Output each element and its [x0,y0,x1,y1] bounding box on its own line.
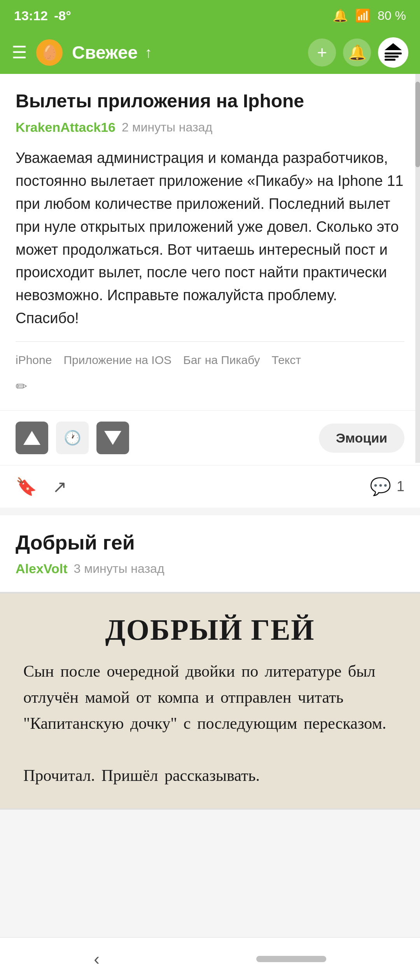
clock-icon: 🕐 [64,430,81,446]
post-card-2: Добрый гей AlexVolt 3 минуты назад ДОБРЫ… [0,515,420,810]
post1-body: Уважаемая администрация и команда разраб… [16,147,404,330]
post1-title[interactable]: Вылеты приложения на Iphone [16,89,404,113]
post2-title[interactable]: Добрый гей [16,531,404,554]
post2-author[interactable]: AlexVolt [16,561,68,576]
hamburger-menu-button[interactable]: ☰ [12,44,27,61]
post1-edit-row: ✏ [16,374,404,402]
bell-icon: 🔔 [348,44,366,61]
time-button[interactable]: 🕐 [56,422,89,454]
comment-icon: 💬 [370,476,391,497]
add-post-button[interactable]: + [308,38,336,66]
status-temp: -8° [54,8,71,23]
downvote-arrow-icon [104,431,121,445]
status-time: 13:12 [14,8,48,23]
adidas-logo-icon [385,43,402,62]
home-indicator [256,956,326,962]
status-left: 13:12 -8° [14,8,71,23]
app-logo: 🥚 [36,39,63,66]
scrollbar-track[interactable] [415,74,420,463]
downvote-button[interactable] [96,422,129,454]
status-right: 🔔 📶 80 % [332,8,406,23]
post1-meta: KrakenAttack16 2 минуты назад [16,120,404,135]
upvote-arrow-icon [23,431,40,445]
navbar-actions: + 🔔 [308,37,408,68]
navbar-title: Свежее ↑ [72,42,299,63]
post2-meta: AlexVolt 3 минуты назад [16,561,404,576]
user-avatar[interactable] [378,37,408,68]
post1-divider [16,341,404,342]
share-icon[interactable]: ↗ [52,477,67,497]
edit-icon[interactable]: ✏ [16,378,27,394]
post1-time: 2 минуты назад [122,120,212,135]
notifications-button[interactable]: 🔔 [343,38,371,66]
tag-iphone[interactable]: iPhone [16,354,52,367]
sort-up-icon[interactable]: ↑ [145,44,152,61]
newspaper-body: Сын после очередной двойки по литературе… [23,658,397,789]
tag-ios-app[interactable]: Приложение на IOS [63,354,172,367]
upvote-button[interactable] [16,422,48,454]
scrollbar-thumb[interactable] [415,82,420,167]
post1-vote-row: 🕐 Эмоции [0,410,420,465]
emotions-button[interactable]: Эмоции [319,424,404,453]
bookmark-icon[interactable]: 🔖 [16,476,37,497]
post2-time: 3 минуты назад [74,562,164,576]
alarm-icon: 🔔 [332,8,348,23]
tag-text[interactable]: Текст [272,354,301,367]
newspaper-mock: ДОБРЫЙ ГЕЙ Сын после очередной двойки по… [0,593,420,808]
back-button[interactable]: ‹ [94,949,100,969]
bottom-nav-bar: ‹ [0,937,420,980]
tag-bug[interactable]: Баг на Пикабу [183,354,260,367]
status-bar: 13:12 -8° 🔔 📶 80 % [0,0,420,31]
wifi-icon: 📶 [355,8,371,23]
battery-icon: 80 % [378,9,406,23]
post1-author[interactable]: KrakenAttack16 [16,120,116,135]
post2-image[interactable]: ДОБРЫЙ ГЕЙ Сын после очередной двойки по… [0,592,420,810]
post1-tags: iPhone Приложение на IOS Баг на Пикабу Т… [16,350,404,374]
comment-count: 1 [397,478,404,495]
plus-icon: + [317,43,327,62]
post1-bottom-actions: 🔖 ↗ 💬 1 [0,465,420,508]
post-card-1: Вылеты приложения на Iphone KrakenAttack… [0,74,420,508]
navbar-title-text: Свежее [72,42,138,63]
newspaper-headline: ДОБРЫЙ ГЕЙ [23,613,397,647]
navbar: ☰ 🥚 Свежее ↑ + 🔔 [0,31,420,74]
comments-badge[interactable]: 💬 1 [370,476,404,497]
emotions-label: Эмоции [336,430,387,445]
